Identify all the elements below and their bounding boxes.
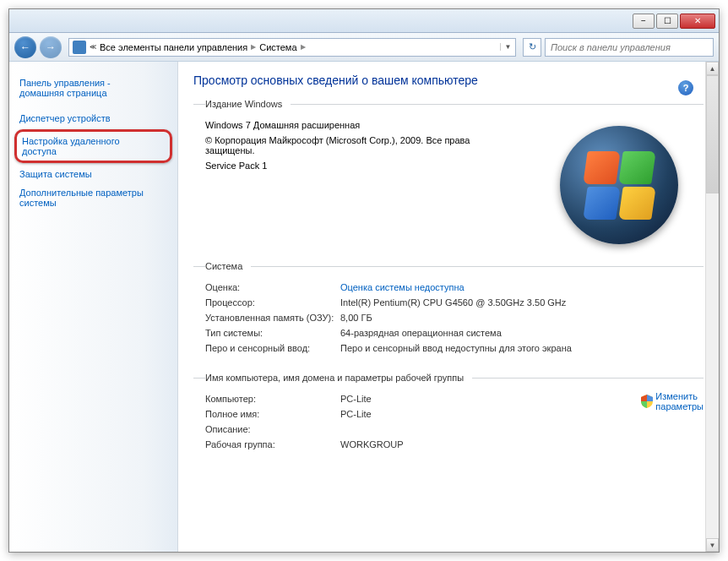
rating-label: Оценка: xyxy=(205,282,340,292)
section-legend: Система xyxy=(205,261,251,271)
main-panel: ? Просмотр основных сведений о вашем ком… xyxy=(178,62,719,552)
navbar: ← → ≪ Все элементы панели управления ▶ С… xyxy=(9,33,719,62)
control-panel-icon xyxy=(73,41,86,54)
system-window: − ☐ ✕ ← → ≪ Все элементы панели управлен… xyxy=(8,8,720,553)
content-area: Панель управления -домашняя страница Дис… xyxy=(9,62,719,552)
windows-logo xyxy=(560,126,687,253)
chevron-right-icon: ▶ xyxy=(251,43,256,51)
workgroup-label: Рабочая группа: xyxy=(205,439,340,449)
nav-back-button[interactable]: ← xyxy=(14,36,36,58)
description-value xyxy=(340,424,704,434)
titlebar: − ☐ ✕ xyxy=(9,9,719,33)
cpu-label: Процессор: xyxy=(205,297,340,308)
section-legend: Имя компьютера, имя домена и параметры р… xyxy=(205,373,472,383)
section-legend: Издание Windows xyxy=(205,99,291,109)
pen-touch-label: Перо и сенсорный ввод: xyxy=(205,343,340,353)
breadcrumb-item[interactable]: Все элементы панели управления xyxy=(100,42,247,52)
change-settings-link[interactable]: Изменитьпараметры xyxy=(641,391,704,411)
service-pack: Service Pack 1 xyxy=(205,158,509,173)
breadcrumb-dropdown[interactable]: ▼ xyxy=(500,43,512,51)
close-button[interactable]: ✕ xyxy=(680,14,715,29)
refresh-button[interactable]: ↻ xyxy=(523,38,541,57)
fullname-label: Полное имя: xyxy=(205,409,340,419)
remote-settings-highlight: Настройка удаленногодоступа xyxy=(14,129,172,163)
workgroup-value: WORKGROUP xyxy=(340,439,704,449)
computer-name-section: Имя компьютера, имя домена и параметры р… xyxy=(193,373,704,464)
system-type-value: 64-разрядная операционная система xyxy=(340,328,704,338)
search-input[interactable] xyxy=(545,38,714,57)
minimize-button[interactable]: − xyxy=(633,14,655,29)
breadcrumb[interactable]: ≪ Все элементы панели управления ▶ Систе… xyxy=(68,38,516,57)
cpu-value: Intel(R) Pentium(R) CPU G4560 @ 3.50GHz … xyxy=(340,297,704,308)
ram-label: Установленная память (ОЗУ): xyxy=(205,313,340,323)
page-title: Просмотр основных сведений о вашем компь… xyxy=(193,74,704,87)
remote-settings-link[interactable]: Настройка удаленногодоступа xyxy=(22,136,165,156)
breadcrumb-item[interactable]: Система xyxy=(259,42,296,52)
ram-value: 8,00 ГБ xyxy=(340,313,704,323)
chevron-right-icon: ▶ xyxy=(301,43,306,51)
rating-link[interactable]: Оценка системы недоступна xyxy=(340,282,704,292)
copyright-text: © Корпорация Майкрософт (Microsoft Corp.… xyxy=(205,133,509,158)
windows-edition-section: Издание Windows Windows 7 Домашняя расши… xyxy=(193,99,704,256)
control-panel-home-link[interactable]: Панель управления -домашняя страница xyxy=(18,74,169,102)
help-icon[interactable]: ? xyxy=(678,80,693,95)
computer-label: Компьютер: xyxy=(205,394,340,404)
system-type-label: Тип системы: xyxy=(205,328,340,338)
scroll-thumb[interactable] xyxy=(706,75,719,193)
windows-version: Windows 7 Домашняя расширенная xyxy=(205,117,509,133)
scroll-up-button[interactable]: ▲ xyxy=(706,62,719,75)
advanced-settings-link[interactable]: Дополнительные параметрысистемы xyxy=(18,183,169,212)
nav-forward-button[interactable]: → xyxy=(40,36,62,58)
scrollbar[interactable]: ▲ ▼ xyxy=(705,62,719,552)
device-manager-link[interactable]: Диспетчер устройств xyxy=(18,109,169,128)
maximize-button[interactable]: ☐ xyxy=(656,14,678,29)
system-protection-link[interactable]: Защита системы xyxy=(18,165,169,183)
shield-icon xyxy=(641,395,653,408)
scroll-down-button[interactable]: ▼ xyxy=(706,538,719,552)
pen-touch-value: Перо и сенсорный ввод недоступны для это… xyxy=(340,343,704,353)
system-section: Система Оценка: Оценка системы недоступн… xyxy=(193,261,704,368)
sidebar: Панель управления -домашняя страница Дис… xyxy=(9,62,178,552)
description-label: Описание: xyxy=(205,424,340,434)
